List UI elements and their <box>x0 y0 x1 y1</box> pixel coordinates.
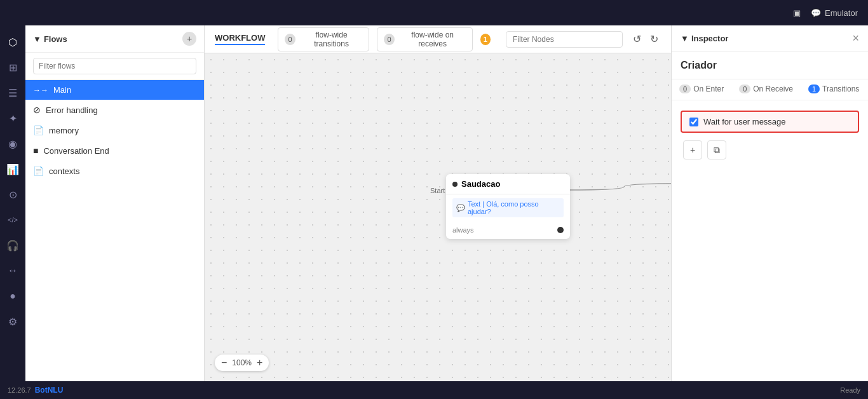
flows-list: →→ Main ⊘ Error handling 📄 memory ■ Conv… <box>25 80 204 381</box>
warning-count: 1 <box>484 36 487 43</box>
inspector-close-button[interactable]: × <box>852 32 859 45</box>
bottombar-left: 12.26.7 BotNLU <box>8 386 63 395</box>
zoom-out-button[interactable]: − <box>221 357 227 369</box>
emulator-button[interactable]: 💬 Emulator <box>811 8 858 18</box>
flows-filter-input[interactable] <box>33 58 196 74</box>
sidebar-item-nlu[interactable]: ✦ <box>1 107 24 130</box>
sidebar-item-flows[interactable]: ☰ <box>1 81 24 104</box>
inspector-header: ▼ Inspector × <box>672 25 868 52</box>
on-enter-badge: 0 <box>679 85 691 93</box>
sidebar-item-integrations[interactable]: ↔ <box>1 259 24 282</box>
inspector-add-button[interactable]: + <box>683 140 702 159</box>
receives-label: flow-wide on receives <box>400 30 466 48</box>
sidebar-item-code[interactable]: </> <box>1 208 24 231</box>
tab-on-receive[interactable]: 0 On Receive <box>731 79 801 100</box>
inspector-title-text: Inspector <box>691 34 729 43</box>
flows-header: ▼ Flows + <box>25 25 204 53</box>
brand-text: Bot <box>35 386 48 395</box>
node-saudacao-title: Saudacao <box>461 179 500 189</box>
workflow-title: WORKFLOW <box>215 33 265 45</box>
flow-item-contexts[interactable]: 📄 contexts <box>25 161 204 181</box>
transitions-tab-label: Transitions <box>822 85 859 93</box>
inspector-node-name: Criador <box>672 52 868 79</box>
node-dot-icon <box>452 182 458 187</box>
warning-badge: 1 <box>480 34 491 45</box>
flow-item-main[interactable]: →→ Main <box>25 80 204 100</box>
node-saudacao-footer: always <box>446 224 570 239</box>
status-label: Ready <box>840 386 860 394</box>
flow-wide-transitions-button[interactable]: 0 flow-wide transitions <box>278 27 369 51</box>
flow-item-label: Conversation End <box>43 146 109 156</box>
emulator-label: Emulator <box>825 8 858 18</box>
node-saudacao-header: Saudacao <box>446 174 570 194</box>
workflow-canvas[interactable]: Start Saudacao 💬 Text | Olá, como posso … <box>205 53 671 381</box>
workflow-controls: ↺ ↻ <box>630 30 661 48</box>
sidebar-item-analytics[interactable]: 📊 <box>1 158 24 180</box>
node-saudacao[interactable]: Saudacao 💬 Text | Olá, como posso ajudar… <box>446 174 570 239</box>
filter-nodes-input[interactable] <box>506 31 623 48</box>
wait-checkbox[interactable] <box>689 118 698 126</box>
flow-item-label: Main <box>53 85 71 95</box>
connector-svg <box>205 53 671 381</box>
flow-item-label: Error handling <box>46 105 98 115</box>
tab-on-enter[interactable]: 0 On Enter <box>672 79 731 100</box>
tab-transitions[interactable]: 1 Transitions <box>801 79 867 100</box>
brand-label: BotNLU <box>35 386 64 395</box>
flow-wide-receives-button[interactable]: 0 flow-wide on receives <box>377 27 472 51</box>
flows-add-button[interactable]: + <box>182 32 196 46</box>
sidebar-item-settings[interactable]: ⚙ <box>1 310 24 333</box>
node-saudacao-content: 💬 Text | Olá, como posso ajudar? <box>446 194 570 224</box>
monitor-button[interactable]: ▣ <box>793 8 801 18</box>
sidebar-item-dashboard[interactable]: ⊞ <box>1 56 24 79</box>
flow-item-memory[interactable]: 📄 memory <box>25 120 204 140</box>
inspector-body: Wait for user message + ⧉ <box>672 100 868 170</box>
zoom-in-button[interactable]: + <box>257 357 262 369</box>
bottombar: 12.26.7 BotNLU Ready <box>0 381 868 399</box>
flow-doc-icon: 📄 <box>33 125 44 135</box>
flow-item-error-handling[interactable]: ⊘ Error handling <box>25 100 204 120</box>
redo-button[interactable]: ↻ <box>648 30 661 48</box>
version-label: 12.26.7 <box>8 386 31 394</box>
flows-title-text: Flows <box>44 34 67 44</box>
wait-for-user-message-row: Wait for user message <box>681 111 859 133</box>
inspector-panel: ▼ Inspector × Criador 0 On Enter 0 On Re… <box>671 25 868 381</box>
flow-item-label: contexts <box>49 166 79 176</box>
flows-filter <box>25 53 204 80</box>
on-receive-badge: 0 <box>739 85 750 93</box>
flow-item-label: memory <box>49 126 79 135</box>
flow-contexts-icon: 📄 <box>33 166 44 176</box>
on-enter-label: On Enter <box>693 85 724 93</box>
brand-highlight-text: NLU <box>48 386 64 395</box>
flow-error-icon: ⊘ <box>33 105 41 115</box>
wait-label: Wait for user message <box>703 117 786 126</box>
receives-badge: 0 <box>384 34 394 45</box>
transitions-tab-badge: 1 <box>808 85 820 93</box>
topbar: ▣ 💬 Emulator <box>0 0 868 25</box>
inspector-copy-button[interactable]: ⧉ <box>707 140 726 159</box>
flows-chevron-icon: ▼ <box>33 34 41 44</box>
inspector-tabs: 0 On Enter 0 On Receive 1 Transitions <box>672 79 868 100</box>
node-connector-dot <box>557 227 564 233</box>
icon-sidebar: ⬡ ⊞ ☰ ✦ ◉ 📊 ⊙ </> 🎧 ↔ ● ⚙ <box>0 25 25 381</box>
flows-panel: ▼ Flows + →→ Main ⊘ Error handling 📄 mem… <box>25 25 205 381</box>
inspector-title: ▼ Inspector <box>681 34 728 43</box>
sidebar-item-circle[interactable]: ● <box>1 285 24 308</box>
flows-title: ▼ Flows <box>33 34 67 44</box>
workflow-header: WORKFLOW 0 flow-wide transitions 0 flow-… <box>205 25 671 53</box>
sidebar-item-share[interactable]: ⬡ <box>1 30 24 53</box>
bottombar-right: Ready <box>840 386 860 394</box>
emulator-icon: 💬 <box>811 8 821 18</box>
inspector-chevron-icon: ▼ <box>681 34 689 43</box>
main-layout: ⬡ ⊞ ☰ ✦ ◉ 📊 ⊙ </> 🎧 ↔ ● ⚙ ▼ Flows + →→ M… <box>0 25 868 381</box>
always-label: always <box>452 226 474 234</box>
flow-item-conversation-end[interactable]: ■ Conversation End <box>25 140 204 161</box>
start-label: Start <box>430 187 445 194</box>
node-action: 💬 Text | Olá, como posso ajudar? <box>452 198 564 217</box>
sidebar-item-agent[interactable]: 🎧 <box>1 234 24 257</box>
flow-square-icon: ■ <box>33 145 38 156</box>
transitions-badge: 0 <box>285 34 295 45</box>
undo-button[interactable]: ↺ <box>630 30 644 48</box>
sidebar-item-build[interactable]: ⊙ <box>1 183 24 206</box>
sidebar-item-messages[interactable]: ◉ <box>1 132 24 155</box>
on-receive-label: On Receive <box>753 85 793 93</box>
